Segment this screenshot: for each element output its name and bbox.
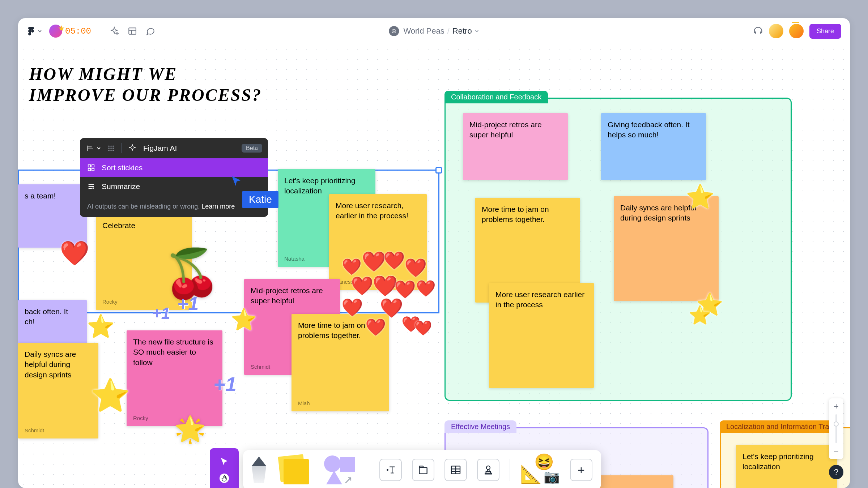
shapes-tool[interactable]: ↗ (323, 455, 359, 484)
sticky-text: Mid-project retros are super helpful (469, 120, 542, 139)
svg-rect-0 (129, 28, 136, 34)
heart-sticker[interactable]: ❤️ (342, 257, 362, 276)
sticky-note[interactable]: Daily syncs are helpful during design sp… (18, 343, 98, 438)
sticky-note[interactable]: Mid-project retros are super helpful (463, 113, 568, 180)
chevron-down-icon[interactable] (475, 29, 479, 33)
sticky-note[interactable]: The new file structure is SO much easier… (127, 330, 222, 426)
pencil-tool[interactable] (252, 457, 266, 483)
svg-point-22 (387, 470, 388, 471)
add-tool[interactable]: + (570, 459, 592, 481)
star-sticker[interactable]: ⭐ (87, 313, 115, 339)
chevron-down-icon (97, 146, 101, 150)
table-icon (450, 464, 461, 476)
star-sticker[interactable]: ⭐ (90, 377, 130, 414)
svg-point-6 (109, 146, 110, 147)
stamp-tool[interactable] (477, 459, 499, 481)
text-tool[interactable] (379, 459, 402, 481)
sticky-text: More user research earlier in the proces… (495, 290, 584, 309)
table-tool[interactable] (444, 459, 467, 481)
sparkle-icon (110, 26, 119, 36)
canvas-heading[interactable]: How might we improve our process? (29, 64, 262, 105)
breadcrumb-project[interactable]: World Peas (403, 26, 444, 36)
sticky-text: Celebrate (102, 221, 135, 230)
topbar-right: Share (753, 24, 841, 39)
sticky-text: Daily syncs are helpful during design sp… (620, 204, 696, 222)
zoom-in-button[interactable]: + (834, 402, 839, 411)
svg-rect-24 (419, 466, 423, 467)
plus-one-sticker[interactable]: +1 (152, 304, 170, 322)
cursor-icon (230, 175, 243, 188)
sticky-tool[interactable] (276, 455, 312, 484)
section-collaboration[interactable]: Collaboration and Feedback Mid-project r… (444, 98, 792, 401)
heart-sticker[interactable]: ❤️ (341, 297, 363, 318)
heart-sticker[interactable]: ❤️ (351, 275, 373, 296)
svg-rect-15 (88, 165, 90, 167)
hand-icon[interactable] (220, 474, 229, 483)
pointer-icon[interactable] (219, 457, 229, 467)
breadcrumb-file[interactable]: Retro (452, 26, 472, 36)
sticky-text: back often. It ch! (25, 307, 68, 326)
heart-sticker[interactable]: ❤️ (365, 317, 386, 337)
text-icon (384, 464, 397, 476)
shapes-icon: ↗ (323, 455, 359, 484)
divider (121, 143, 122, 153)
canvas[interactable]: How might we improve our process? s a te… (18, 44, 850, 488)
star-sticker[interactable]: ⭐ (689, 305, 711, 326)
context-menu-header: FigJam AI Beta (80, 138, 268, 158)
section-label[interactable]: Localization and Information Tracking (720, 420, 839, 433)
align-dropdown[interactable] (86, 144, 101, 152)
svg-rect-17 (88, 168, 90, 171)
grid-icon[interactable] (107, 145, 115, 152)
summarize-icon (87, 183, 95, 191)
layout-tool[interactable] (127, 26, 137, 36)
heart-sticker[interactable]: ❤️ (416, 279, 436, 298)
star-sticker[interactable]: ⭐ (686, 183, 715, 210)
zoom-out-button[interactable]: − (834, 447, 839, 455)
multiplayer-cursor (230, 175, 243, 189)
user-avatar-2[interactable] (789, 24, 804, 38)
section-label[interactable]: Collaboration and Feedback (444, 91, 548, 103)
heart-sticker[interactable]: ❤️ (383, 250, 405, 271)
svg-point-13 (110, 150, 111, 151)
plus-one-sticker[interactable]: +1 (177, 293, 199, 314)
sticky-note[interactable]: More user research earlier in the proces… (489, 283, 594, 388)
help-button[interactable]: ? (829, 465, 843, 479)
context-menu-ai-label: FigJam AI (143, 144, 177, 153)
breadcrumb[interactable]: ☮ World Peas / Retro (389, 26, 479, 36)
sticky-note[interactable]: Daily syncs are helpful during design sp… (614, 196, 719, 301)
sticky-author: Rocky (133, 415, 148, 422)
zoom-thumb[interactable] (834, 421, 839, 427)
svg-point-7 (110, 146, 111, 147)
heart-sticker[interactable]: ❤️ (404, 257, 427, 278)
section-tool[interactable] (412, 459, 434, 481)
sort-stickies-item[interactable]: Sort stickies (80, 158, 268, 177)
plus-one-sticker[interactable]: +1 (213, 372, 237, 396)
figma-logo-icon (27, 27, 35, 35)
widgets-tool[interactable]: 📐 😆 📷 (520, 455, 560, 484)
zoom-slider[interactable] (835, 414, 837, 443)
sticky-note[interactable]: Giving feedback often. It helps so much! (601, 113, 706, 180)
heart-sticker[interactable]: ❤️ (362, 250, 386, 273)
timer-widget[interactable]: ★ 05:00 (49, 25, 91, 38)
share-button[interactable]: Share (809, 24, 841, 39)
heart-sticker[interactable]: ❤️ (380, 297, 403, 319)
star-outline-sticker[interactable]: 🌟 (174, 414, 206, 444)
topbar-tools (109, 26, 156, 36)
sticky-note[interactable]: Let's keep prioritizing localization (736, 445, 837, 488)
ai-sparkle-tool[interactable] (109, 26, 119, 36)
comment-tool[interactable] (145, 26, 156, 36)
topbar-left: ★ 05:00 (27, 25, 156, 38)
selection-handle[interactable] (435, 167, 442, 174)
sticky-author: Rocky (102, 298, 118, 305)
figma-menu-button[interactable] (27, 27, 42, 35)
sticky-text: Daily syncs are helpful during design sp… (25, 350, 76, 379)
user-avatar-1[interactable] (769, 24, 783, 38)
audio-icon[interactable] (753, 26, 763, 36)
star-sticker[interactable]: ⭐ (231, 307, 257, 332)
heart-sticker[interactable]: ❤️ (414, 320, 432, 337)
heart-sticker[interactable]: ❤️ (60, 239, 89, 267)
heart-sticker[interactable]: ❤️ (394, 279, 416, 300)
sticky-note[interactable]: s a team! (18, 184, 87, 248)
section-label[interactable]: Effective Meetings (444, 420, 516, 433)
learn-more-link[interactable]: Learn more (201, 203, 235, 210)
